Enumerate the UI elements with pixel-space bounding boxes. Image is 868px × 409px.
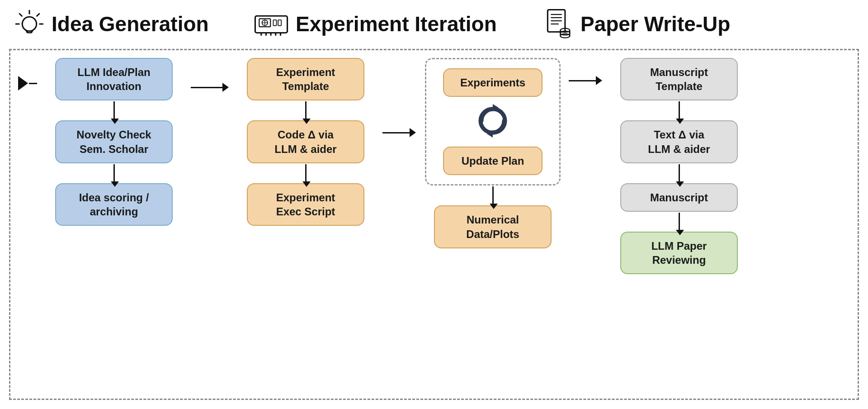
- experiments-label: Experiments: [460, 76, 525, 89]
- manuscript-box: Manuscript: [620, 183, 738, 212]
- section-idea-generation: Idea Generation: [14, 8, 226, 40]
- h-arrow-3-4: [569, 76, 602, 85]
- svg-point-5: [22, 17, 37, 31]
- exp-exec-box: ExperimentExec Script: [247, 183, 364, 226]
- update-plan-label: Update Plan: [462, 155, 524, 167]
- novelty-check-label: Novelty CheckSem. Scholar: [76, 128, 151, 155]
- arrow-down-3: [492, 186, 494, 204]
- llm-reviewing-label: LLM PaperReviewing: [651, 240, 707, 266]
- exp-template-box: ExperimentTemplate: [247, 58, 364, 100]
- arrow-down-2b: [305, 164, 307, 182]
- gpu-icon: [253, 8, 289, 40]
- svg-rect-11: [278, 20, 281, 25]
- cycle-icon-container: [472, 100, 513, 143]
- iteration-dashed-box: Experiments Update Plan: [425, 58, 561, 185]
- code-delta-label: Code Δ viaLLM & aider: [274, 128, 336, 155]
- paper-column: ManuscriptTemplate Text Δ viaLLM & aider…: [607, 49, 751, 274]
- experiments-box: Experiments: [443, 68, 542, 97]
- novelty-check-box: Novelty CheckSem. Scholar: [55, 120, 173, 163]
- numerical-data-label: NumericalData/Plots: [466, 214, 519, 240]
- experiment-column: ExperimentTemplate Code Δ viaLLM & aider…: [233, 49, 378, 226]
- idea-scoring-box: Idea scoring /archiving: [55, 183, 173, 226]
- text-delta-box: Text Δ viaLLM & aider: [620, 120, 738, 163]
- numerical-data-box: NumericalData/Plots: [434, 205, 552, 248]
- arrow-down-1a: [113, 101, 115, 119]
- exp-exec-label: ExperimentExec Script: [276, 191, 335, 218]
- arrow-down-4a: [679, 101, 680, 119]
- llm-idea-box: LLM Idea/PlanInnovation: [55, 58, 173, 100]
- arrow-down-2a: [305, 101, 307, 119]
- paper-writeup-title: Paper Write-Up: [580, 12, 730, 36]
- start-arrow: [18, 76, 37, 90]
- start-arrowhead: [18, 76, 28, 90]
- idea-scoring-label: Idea scoring /archiving: [79, 191, 149, 218]
- bulb-icon: [14, 8, 45, 40]
- text-delta-label: Text Δ viaLLM & aider: [648, 128, 710, 155]
- manuscript-label: Manuscript: [650, 191, 708, 204]
- arrow-down-1b: [113, 164, 115, 182]
- h-arrow-2-3: [382, 128, 416, 137]
- update-plan-box: Update Plan: [443, 147, 542, 175]
- h-arrow-1-2: [191, 83, 229, 92]
- main-container: Idea Generation Experiment Iter: [0, 0, 868, 409]
- manuscript-template-box: ManuscriptTemplate: [620, 58, 738, 100]
- svg-rect-10: [273, 20, 276, 25]
- arrow-down-4b: [679, 164, 680, 182]
- manuscript-template-label: ManuscriptTemplate: [650, 66, 708, 92]
- svg-line-3: [37, 14, 39, 16]
- cycle-icon: [472, 100, 513, 141]
- code-delta-box: Code Δ viaLLM & aider: [247, 120, 364, 163]
- paper-icon: [542, 8, 574, 40]
- start-hline: [29, 83, 37, 84]
- header-row: Idea Generation Experiment Iter: [0, 0, 868, 44]
- iteration-column: Experiments Update Plan: [420, 49, 565, 248]
- flow-area: LLM Idea/PlanInnovation Novelty CheckSem…: [0, 44, 868, 409]
- section-paper-writeup: Paper Write-Up: [515, 8, 854, 40]
- idea-generation-title: Idea Generation: [52, 12, 209, 36]
- llm-reviewing-box: LLM PaperReviewing: [620, 232, 738, 274]
- svg-line-1: [19, 14, 22, 16]
- experiment-iteration-title: Experiment Iteration: [296, 12, 497, 36]
- section-experiment-iteration: Experiment Iteration: [226, 8, 515, 40]
- arrow-down-4c: [679, 213, 680, 231]
- llm-idea-label: LLM Idea/PlanInnovation: [77, 66, 150, 92]
- idea-column: LLM Idea/PlanInnovation Novelty CheckSem…: [42, 49, 186, 226]
- exp-template-label: ExperimentTemplate: [276, 66, 335, 92]
